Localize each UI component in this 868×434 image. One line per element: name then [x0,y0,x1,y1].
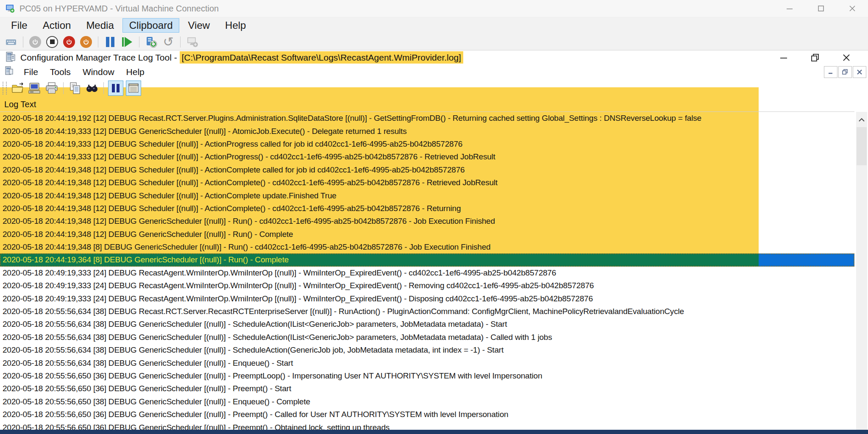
log-row[interactable]: 2020-05-18 20:44:19,333 [12] DEBUG Sched… [0,138,854,150]
hyperv-app-icon [5,3,15,14]
log-row[interactable]: 2020-05-18 20:44:19,348 [12] DEBUG Sched… [0,176,854,189]
vm-menu-help[interactable]: Help [218,18,253,33]
find-icon[interactable] [85,81,99,95]
scrollbar-thumb[interactable] [857,127,867,165]
log-row[interactable]: 2020-05-18 20:55:56,650 [36] DEBUG Gener… [0,382,854,395]
vm-menu-view[interactable]: View [181,18,217,33]
vm-menu-file[interactable]: File [4,18,34,33]
vm-menu-media[interactable]: Media [79,18,120,33]
taskbar-edge [0,430,868,434]
toolbar-separator [139,36,139,47]
vm-menu-action[interactable]: Action [36,18,78,33]
log-list: 2020-05-18 20:44:19,192 [12] DEBUG Recas… [0,112,854,434]
log-row[interactable]: 2020-05-18 20:44:19,348 [12] DEBUG Sched… [0,164,854,176]
log-row[interactable]: 2020-05-18 20:44:19,192 [12] DEBUG Recas… [0,112,854,125]
checkpoint-icon[interactable] [145,36,158,48]
log-row[interactable]: 2020-05-18 20:55:56,650 [36] DEBUG Gener… [0,370,854,382]
cmtrace-titlebar: Configuration Manager Trace Log Tool - [… [0,50,868,65]
log-text-column-header[interactable]: Log Text [0,97,854,112]
copy-icon[interactable] [68,81,82,95]
mdi-close-button[interactable] [853,66,866,78]
computer-icon[interactable] [28,81,42,95]
vm-titlebar: PC05 on HYPERVAMD - Virtual Machine Conn… [0,0,868,17]
start-icon[interactable] [29,36,42,48]
vm-toolbar: ↺ [0,33,868,50]
log-row[interactable]: 2020-05-18 20:49:19,333 [24] DEBUG Recas… [0,292,854,305]
vm-menu-clipboard[interactable]: Clipboard [122,18,180,33]
save-icon[interactable] [80,36,92,48]
virtual-machine-connection-window: PC05 on HYPERVAMD - Virtual Machine Conn… [0,0,868,434]
cmtrace-menu-file[interactable]: File [18,66,44,78]
log-row[interactable]: 2020-05-18 20:55:56,634 [38] DEBUG Gener… [0,344,854,356]
revert-checkpoint-icon[interactable]: ↺ [162,36,175,48]
log-row[interactable]: 2020-05-18 20:44:19,348 [12] DEBUG Gener… [0,215,854,228]
vertical-scrollbar[interactable] [856,112,867,434]
log-row[interactable]: 2020-05-18 20:55:56,650 [38] DEBUG Gener… [0,395,854,408]
log-row[interactable]: 2020-05-18 20:55:56,634 [38] DEBUG Gener… [0,318,854,331]
print-icon[interactable] [45,81,59,95]
log-row[interactable]: 2020-05-18 20:49:19,333 [24] DEBUG Recas… [0,267,854,279]
toolbar-separator [23,36,23,47]
mdi-minimize-button[interactable] [824,66,837,78]
cmtrace-toolbar [0,79,868,97]
toolbar-separator [103,82,104,94]
cmtrace-menu-help[interactable]: Help [120,66,150,78]
mdi-document-icon [4,66,14,78]
pause-toggle-button[interactable] [108,81,123,96]
vm-window-title: PC05 on HYPERVAMD - Virtual Machine Conn… [19,4,219,14]
mdi-restore-button[interactable] [838,66,852,78]
ctrl-alt-delete-icon[interactable] [5,36,17,48]
pause-icon[interactable] [104,36,117,48]
log-row[interactable]: 2020-05-18 20:44:19,348 [8] DEBUG Generi… [0,241,854,253]
toolbar-separator [98,36,98,47]
log-row[interactable]: 2020-05-18 20:55:56,650 [36] DEBUG Gener… [0,408,854,421]
log-row[interactable]: 2020-05-18 20:44:19,333 [12] DEBUG Sched… [0,150,854,163]
log-row[interactable]: 2020-05-18 20:44:19,348 [12] DEBUG Sched… [0,189,854,202]
open-icon[interactable] [11,81,25,95]
scroll-up-arrow[interactable] [856,114,867,125]
cmtrace-app-icon [5,51,16,64]
log-row[interactable]: 2020-05-18 20:44:19,364 [8] DEBUG Generi… [0,253,854,266]
cmtrace-window-title: Configuration Manager Trace Log Tool - [… [20,53,463,63]
cmtrace-menu-tools[interactable]: Tools [44,66,77,78]
shut-down-icon[interactable] [63,36,75,48]
log-row[interactable]: 2020-05-18 20:55:56,634 [38] DEBUG Recas… [0,305,854,318]
log-row[interactable]: 2020-05-18 20:55:56,634 [38] DEBUG Gener… [0,331,854,344]
log-row[interactable]: 2020-05-18 20:55:56,634 [38] DEBUG Gener… [0,356,854,369]
cmtrace-title-logpath-highlighted: [C:\ProgramData\Recast Software\Logs\Rec… [180,51,463,64]
cmtrace-close-button[interactable] [831,50,862,65]
cmtrace-title-prefix: Configuration Manager Trace Log Tool - [20,53,180,62]
enhanced-session-icon[interactable] [186,36,199,48]
toolbar-separator [180,36,181,47]
cmtrace-menubar: File Tools Window Help [0,65,868,79]
log-row[interactable]: 2020-05-18 20:44:19,348 [12] DEBUG Sched… [0,202,854,215]
toolbar-separator [63,82,64,94]
vm-maximize-button[interactable] [805,0,837,17]
log-row[interactable]: 2020-05-18 20:49:19,333 [24] DEBUG Recas… [0,279,854,292]
reset-icon[interactable] [121,36,134,48]
vm-menubar: File Action Media Clipboard View Help [0,17,868,33]
cmtrace-restore-button[interactable] [799,50,831,65]
toolbar-gripper[interactable] [3,82,7,95]
cmtrace-minimize-button[interactable] [768,50,799,65]
message-window-toggle-button[interactable] [126,81,141,96]
log-row[interactable]: 2020-05-18 20:44:19,348 [12] DEBUG Gener… [0,228,854,241]
log-text-header-label: Log Text [4,100,36,109]
cmtrace-menu-window[interactable]: Window [77,66,120,78]
log-row[interactable]: 2020-05-18 20:44:19,333 [12] DEBUG Gener… [0,125,854,137]
vm-close-button[interactable] [837,0,868,17]
vm-minimize-button[interactable] [774,0,805,17]
turn-off-icon[interactable] [46,36,58,48]
